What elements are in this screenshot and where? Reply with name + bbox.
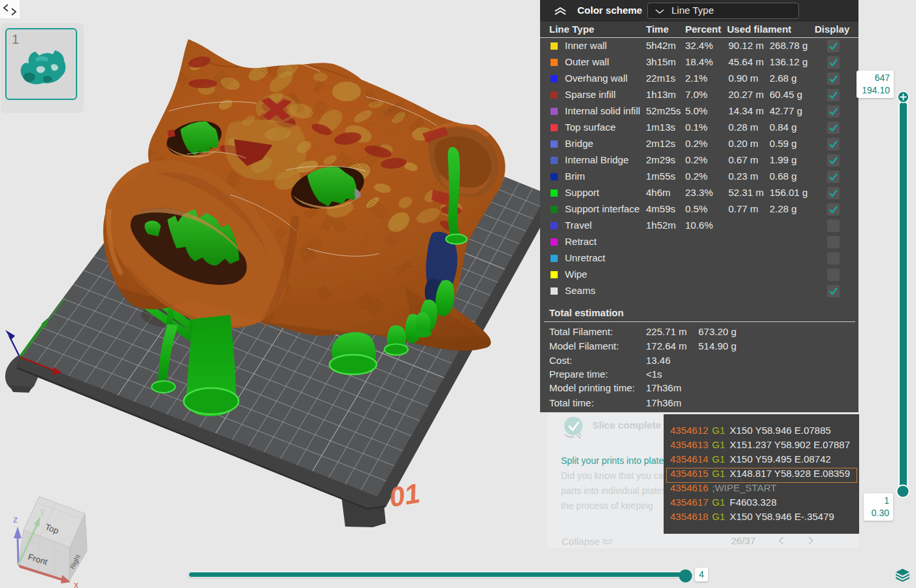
svg-text:x: x xyxy=(74,580,78,588)
svg-text:z: z xyxy=(13,514,18,525)
svg-text:y: y xyxy=(41,506,45,515)
svg-text:01: 01 xyxy=(387,478,422,513)
